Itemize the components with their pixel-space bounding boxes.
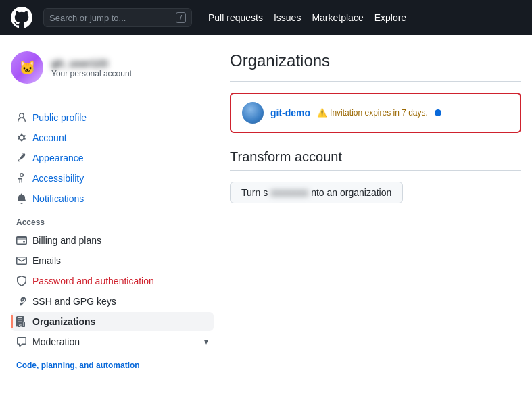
sidebar-label: Accessibility <box>32 173 84 184</box>
transform-account-title: Transform account <box>230 149 521 165</box>
org-notification-dot <box>435 109 441 116</box>
avatar-image: 🐱 <box>11 51 43 84</box>
transform-btn-prefix: Turn s <box>241 187 268 198</box>
sidebar-label: Password and authentication <box>32 276 154 286</box>
credit-card-icon <box>16 235 27 246</box>
sidebar-item-accessibility[interactable]: Accessibility <box>11 169 214 188</box>
sidebar-item-emails[interactable]: Emails <box>11 251 214 270</box>
account-type: Your personal account <box>51 69 132 78</box>
warning-triangle-icon: ⚠️ <box>317 108 327 118</box>
nav-issues[interactable]: Issues <box>274 12 301 23</box>
transform-btn-blurred: xxxxxxxx <box>270 187 308 198</box>
slash-shortcut: / <box>176 12 186 23</box>
sidebar-item-moderation[interactable]: Moderation ▾ <box>11 332 214 351</box>
transform-btn-suffix: nto an organization <box>311 187 391 198</box>
sidebar-item-password[interactable]: Password and authentication <box>11 272 214 290</box>
top-navigation: Search or jump to... / Pull requests Iss… <box>0 0 532 35</box>
sidebar-item-billing[interactable]: Billing and plans <box>11 231 214 250</box>
org-avatar-image <box>242 102 264 124</box>
sidebar-label: Account <box>32 132 67 143</box>
main-content: Organizations git-demo ⚠️ Invitation exp… <box>230 51 521 373</box>
user-details: gh_user123 Your personal account <box>51 57 132 78</box>
sidebar-item-public-profile[interactable]: Public profile <box>11 108 214 127</box>
search-box[interactable]: Search or jump to... / <box>43 8 192 27</box>
gear-icon <box>16 132 27 143</box>
topnav-links: Pull requests Issues Marketplace Explore <box>208 12 406 23</box>
org-warning-text: Invitation expires in 7 days. <box>330 108 428 118</box>
bell-icon <box>16 193 27 204</box>
nav-marketplace[interactable]: Marketplace <box>312 12 363 23</box>
organizations-title: Organizations <box>230 51 521 70</box>
github-logo[interactable] <box>11 7 32 28</box>
shield-icon <box>16 276 27 286</box>
sidebar-item-account[interactable]: Account <box>11 128 214 147</box>
settings-sidebar: 🐱 gh_user123 Your personal account Publi… <box>11 51 214 373</box>
sidebar-label: Moderation <box>32 336 80 347</box>
sidebar-item-appearance[interactable]: Appearance <box>11 149 214 168</box>
accessibility-icon <box>16 173 27 184</box>
chevron-down-icon: ▾ <box>204 337 208 347</box>
comment-icon <box>16 336 27 347</box>
sidebar-label: Notifications <box>32 193 84 204</box>
org-name[interactable]: git-demo <box>270 107 310 118</box>
nav-pull-requests[interactable]: Pull requests <box>208 12 263 23</box>
search-text: Search or jump to... <box>49 13 126 23</box>
sidebar-item-notifications[interactable]: Notifications <box>11 189 214 208</box>
avatar: 🐱 <box>11 51 43 84</box>
key-icon <box>16 296 27 307</box>
sidebar-item-ssh-keys[interactable]: SSH and GPG keys <box>11 292 214 311</box>
access-section-label: Access <box>11 209 214 230</box>
mail-icon <box>16 255 27 266</box>
username: gh_user123 <box>51 57 132 69</box>
sidebar-label: Appearance <box>32 153 84 163</box>
transform-account-button[interactable]: Turn sxxxxxxxxnto an organization <box>230 182 403 203</box>
sidebar-label: Organizations <box>32 316 95 327</box>
code-section-label: Code, planning, and automation <box>11 353 214 373</box>
person-icon <box>16 112 27 123</box>
sidebar-label: SSH and GPG keys <box>32 296 116 307</box>
organizations-divider <box>230 81 521 82</box>
sidebar-label: Public profile <box>32 112 87 123</box>
transform-divider <box>230 170 521 171</box>
sidebar-item-organizations[interactable]: Organizations <box>11 312 214 331</box>
sidebar-label: Billing and plans <box>32 235 101 246</box>
building-icon <box>16 316 27 327</box>
page-layout: 🐱 gh_user123 Your personal account Publi… <box>0 35 532 389</box>
org-invitation-card[interactable]: git-demo ⚠️ Invitation expires in 7 days… <box>230 93 521 133</box>
org-avatar <box>242 102 264 124</box>
sidebar-label: Emails <box>32 255 61 266</box>
sidebar-nav: Public profile Account Appearance Access… <box>11 108 214 373</box>
nav-explore[interactable]: Explore <box>374 12 406 23</box>
paintbrush-icon <box>16 153 27 163</box>
user-info: 🐱 gh_user123 Your personal account <box>11 51 214 95</box>
org-warning: ⚠️ Invitation expires in 7 days. <box>317 108 428 118</box>
